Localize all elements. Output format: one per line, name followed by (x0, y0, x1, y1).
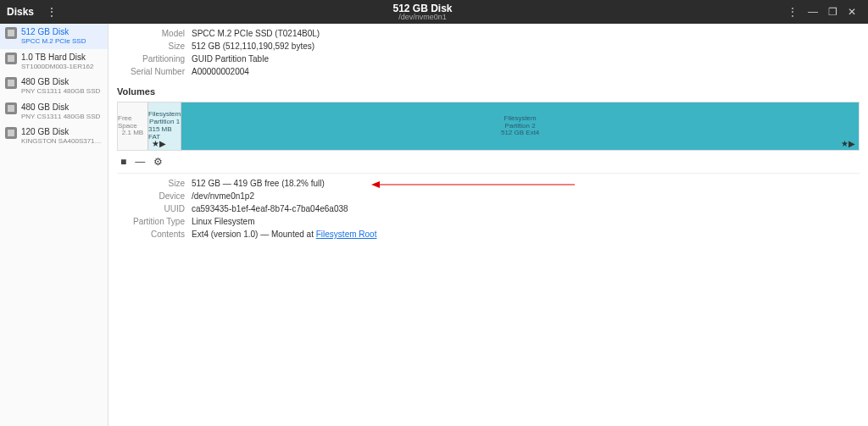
disk-icon (5, 27, 17, 39)
options-button[interactable]: ⚙ (153, 156, 163, 168)
sidebar-disk-item[interactable]: 512 GB Disk SPCC M.2 PCIe SSD (0, 24, 108, 49)
sidebar: 512 GB Disk SPCC M.2 PCIe SSD 1.0 TB Har… (0, 24, 108, 426)
maximize-button[interactable]: ❐ (823, 6, 843, 18)
info-value-serial: A00000002004 (192, 67, 249, 76)
filesystem-root-link[interactable]: Filesystem Root (316, 230, 377, 239)
svg-rect-4 (8, 130, 14, 136)
detail-label-contents: Contents (117, 230, 192, 239)
detail-label-ptype: Partition Type (117, 217, 192, 226)
partition-corner-icons: ★▶ (841, 139, 855, 148)
info-value-partitioning: GUID Partition Table (192, 54, 269, 64)
detail-value-size: 512 GB — 419 GB free (18.2% full) (192, 179, 325, 188)
detail-label-device: Device (117, 191, 192, 201)
disk-icon (5, 127, 17, 139)
detail-row-uuid: UUID ca593435-b1ef-4eaf-8b74-c7ba04e6a03… (117, 204, 860, 213)
detail-row-size: Size 512 GB — 419 GB free (18.2% full) (117, 179, 860, 188)
partitions-bar: Free Space 2.1 MB Filesystem Partition 1… (117, 102, 860, 151)
app-menu-button[interactable]: ⋮ (41, 5, 63, 19)
close-button[interactable]: ✕ (843, 6, 861, 18)
drive-menu-button[interactable]: ⋮ (782, 6, 803, 18)
detail-row-contents: Contents Ext4 (version 1.0) — Mounted at… (117, 230, 860, 239)
info-label-size: Size (117, 41, 192, 51)
star-icon: ★ (841, 139, 849, 148)
title-center: 512 GB Disk /dev/nvme0n1 (393, 3, 453, 21)
disk-name: 480 GB Disk (21, 102, 100, 113)
detail-value-device: /dev/nvme0n1p2 (192, 191, 254, 201)
disk-icon (5, 53, 17, 64)
info-row-model: Model SPCC M.2 PCIe SSD (T0214B0L) (117, 29, 860, 38)
volume-details: Size 512 GB — 419 GB free (18.2% full) D… (117, 179, 860, 239)
disk-name: 480 GB Disk (21, 77, 100, 87)
partition-size: 2.1 MB (122, 130, 143, 137)
main: 512 GB Disk SPCC M.2 PCIe SSD 1.0 TB Har… (0, 24, 868, 426)
disk-sub: ST1000DM003-1ER162 (21, 63, 93, 71)
disk-name: 1.0 TB Hard Disk (21, 53, 93, 63)
detail-label-uuid: UUID (117, 204, 192, 213)
sidebar-disk-item[interactable]: 480 GB Disk PNY CS1311 480GB SSD (0, 74, 108, 99)
detail-value-ptype: Linux Filesystem (192, 217, 254, 226)
info-row-partitioning: Partitioning GUID Partition Table (117, 54, 860, 64)
partition-name: Free Space (118, 115, 147, 130)
disk-sub: SPCC M.2 PCIe SSD (21, 37, 86, 46)
svg-rect-3 (8, 105, 14, 112)
info-label-model: Model (117, 29, 192, 38)
partition-1[interactable]: Filesystem Partition 1 315 MB FAT ★▶ (148, 102, 181, 150)
svg-rect-2 (8, 80, 14, 86)
minimize-button[interactable]: — (803, 6, 823, 18)
disk-sub: PNY CS1311 480GB SSD (21, 113, 100, 121)
title-sub: /dev/nvme0n1 (393, 14, 453, 21)
partition-free-space[interactable]: Free Space 2.1 MB (118, 102, 148, 150)
action-bar: ■ — ⚙ (117, 151, 860, 174)
info-label-serial: Serial Number (117, 67, 192, 76)
detail-row-partition-type: Partition Type Linux Filesystem (117, 217, 860, 226)
sidebar-disk-item[interactable]: 1.0 TB Hard Disk ST1000DM003-1ER162 (0, 49, 108, 75)
title-main: 512 GB Disk (393, 3, 453, 14)
info-row-size: Size 512 GB (512,110,190,592 bytes) (117, 41, 860, 51)
info-row-serial: Serial Number A00000002004 (117, 67, 860, 76)
sidebar-disk-item[interactable]: 120 GB Disk KINGSTON SA400S37120G (0, 124, 108, 149)
info-value-model: SPCC M.2 PCIe SSD (T0214B0L) (192, 29, 320, 38)
disk-icon (5, 77, 17, 89)
disk-name: 120 GB Disk (21, 127, 103, 137)
sidebar-disk-item[interactable]: 480 GB Disk PNY CS1311 480GB SSD (0, 99, 108, 124)
partition-2[interactable]: Filesystem Partition 2 512 GB Ext4 ★▶ (181, 102, 859, 150)
play-icon: ▶ (849, 139, 855, 148)
volumes-heading: Volumes (117, 86, 860, 97)
detail-value-uuid: ca593435-b1ef-4eaf-8b74-c7ba04e6a038 (192, 204, 348, 213)
svg-rect-1 (8, 55, 14, 62)
content: Model SPCC M.2 PCIe SSD (T0214B0L) Size … (108, 24, 868, 426)
contents-prefix: Ext4 (version 1.0) — Mounted at (192, 230, 316, 239)
partition-corner-icons: ★▶ (152, 139, 166, 148)
unmount-button[interactable]: ■ (120, 156, 126, 168)
partition-sub2: 512 GB Ext4 (501, 130, 539, 137)
info-label-partitioning: Partitioning (117, 54, 192, 64)
disk-name: 512 GB Disk (21, 27, 86, 37)
app-name: Disks (7, 6, 34, 18)
detail-label-size: Size (117, 179, 192, 188)
svg-rect-0 (8, 30, 14, 36)
detail-row-device: Device /dev/nvme0n1p2 (117, 191, 860, 201)
star-icon: ★ (152, 139, 159, 148)
titlebar: Disks ⋮ 512 GB Disk /dev/nvme0n1 ⋮ — ❐ ✕ (0, 0, 868, 24)
disk-sub: PNY CS1311 480GB SSD (21, 87, 100, 96)
detail-value-contents: Ext4 (version 1.0) — Mounted at Filesyst… (192, 230, 376, 239)
disk-sub: KINGSTON SA400S37120G (21, 137, 103, 146)
disk-icon (5, 102, 17, 114)
delete-button[interactable]: — (135, 156, 145, 168)
play-icon: ▶ (159, 139, 166, 148)
info-value-size: 512 GB (512,110,190,592 bytes) (192, 41, 314, 51)
